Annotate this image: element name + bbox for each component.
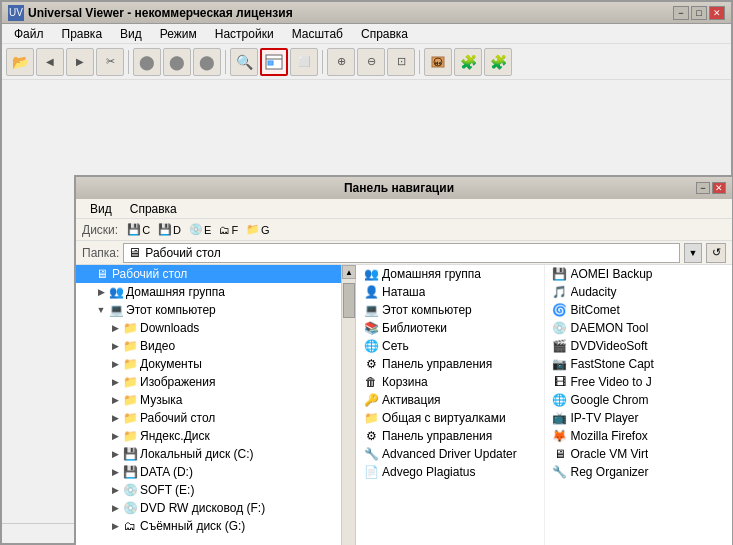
expand-local-c[interactable]: ▶ <box>108 447 122 461</box>
drive-c[interactable]: 💾 C <box>124 222 153 237</box>
folder-refresh[interactable]: ↺ <box>706 243 726 263</box>
file-dvdvideo[interactable]: 🎬 DVDVideoSoft <box>545 337 733 355</box>
toolbar-prev[interactable]: ◀ <box>36 48 64 76</box>
expand-this-pc[interactable]: ▼ <box>94 303 108 317</box>
toolbar-rect[interactable]: ⬜ <box>290 48 318 76</box>
tree-item-local-c[interactable]: ▶ 💾 Локальный диск (C:) <box>76 445 341 463</box>
expand-images[interactable]: ▶ <box>108 375 122 389</box>
nav-menu-view[interactable]: Вид <box>82 200 120 218</box>
toolbar-plugin2[interactable]: 🧩 <box>484 48 512 76</box>
tree-item-images[interactable]: ▶ 📁 Изображения <box>76 373 341 391</box>
expand-desktop[interactable] <box>80 267 94 281</box>
menu-edit[interactable]: Правка <box>54 25 111 43</box>
toolbar-open[interactable]: 📂 <box>6 48 34 76</box>
toolbar-sep3 <box>322 50 323 74</box>
menu-zoom[interactable]: Масштаб <box>284 25 351 43</box>
menu-mode[interactable]: Режим <box>152 25 205 43</box>
window-title: Universal Viewer - некоммерческая лиценз… <box>28 6 293 20</box>
expand-video[interactable]: ▶ <box>108 339 122 353</box>
tree-item-dvd[interactable]: ▶ 💿 DVD RW дисковод (F:) <box>76 499 341 517</box>
file-libraries[interactable]: 📚 Библиотеки <box>356 319 544 337</box>
file-firefox[interactable]: 🦊 Mozilla Firefox <box>545 427 733 445</box>
tree-item-desktop[interactable]: 🖥 Рабочий стол <box>76 265 341 283</box>
file-adv-driver[interactable]: 🔧 Advanced Driver Updater <box>356 445 544 463</box>
tree-item-data-d[interactable]: ▶ 💾 DATA (D:) <box>76 463 341 481</box>
tree-vscrollbar[interactable]: ▲ ▼ <box>341 265 355 545</box>
menu-file[interactable]: Файл <box>6 25 52 43</box>
file-aomei[interactable]: 💾 AOMEI Backup <box>545 265 733 283</box>
expand-dvd[interactable]: ▶ <box>108 501 122 515</box>
folder-dropdown[interactable]: ▼ <box>684 243 702 263</box>
menu-view[interactable]: Вид <box>112 25 150 43</box>
toolbar-zoom[interactable]: 🔍 <box>230 48 258 76</box>
file-freevideo[interactable]: 🎞 Free Video to J <box>545 373 733 391</box>
expand-home-group[interactable]: ▶ <box>94 285 108 299</box>
file-daemon[interactable]: 💿 DAEMON Tool <box>545 319 733 337</box>
toolbar-prev2[interactable]: ⏮ <box>424 48 452 76</box>
tree-item-yandex[interactable]: ▶ 📁 Яндекс.Диск <box>76 427 341 445</box>
expand-desktop2[interactable]: ▶ <box>108 411 122 425</box>
expand-yandex[interactable]: ▶ <box>108 429 122 443</box>
tree-item-home-group[interactable]: ▶ 👥 Домашняя группа <box>76 283 341 301</box>
tree-item-music[interactable]: ▶ 📁 Музыка <box>76 391 341 409</box>
menu-settings[interactable]: Настройки <box>207 25 282 43</box>
toolbar-cut[interactable]: ✂ <box>96 48 124 76</box>
file-audacity[interactable]: 🎵 Audacity <box>545 283 733 301</box>
toolbar-zoom-out[interactable]: ⊖ <box>357 48 385 76</box>
file-network[interactable]: 🌐 Сеть <box>356 337 544 355</box>
file-home-group[interactable]: 👥 Домашняя группа <box>356 265 544 283</box>
tree-item-downloads[interactable]: ▶ 📁 Downloads <box>76 319 341 337</box>
tree-item-this-pc[interactable]: ▼ 💻 Этот компьютер <box>76 301 341 319</box>
nav-menu-help[interactable]: Справка <box>122 200 185 218</box>
tree-item-desktop2[interactable]: ▶ 📁 Рабочий стол <box>76 409 341 427</box>
file-bitcomet[interactable]: 🌀 BitComet <box>545 301 733 319</box>
file-recycle[interactable]: 🗑 Корзина <box>356 373 544 391</box>
toolbar-fit[interactable]: ⊡ <box>387 48 415 76</box>
expand-downloads[interactable]: ▶ <box>108 321 122 335</box>
drive-f[interactable]: 🗂 F <box>216 223 241 237</box>
nav-close-button[interactable]: ✕ <box>712 182 726 194</box>
expand-removable[interactable]: ▶ <box>108 519 122 533</box>
toolbar-circle2[interactable]: ⬤ <box>163 48 191 76</box>
file-activation[interactable]: 🔑 Активация <box>356 391 544 409</box>
file-oracle[interactable]: 🖥 Oracle VM Virt <box>545 445 733 463</box>
tree-scroll[interactable]: 🖥 Рабочий стол ▶ 👥 Домашняя группа ▼ <box>76 265 341 545</box>
toolbar-next[interactable]: ▶ <box>66 48 94 76</box>
tree-item-removable[interactable]: ▶ 🗂 Съёмный диск (G:) <box>76 517 341 535</box>
tree-item-documents[interactable]: ▶ 📁 Документы <box>76 355 341 373</box>
file-shared-vm[interactable]: 📁 Общая с виртуалками <box>356 409 544 427</box>
menu-help[interactable]: Справка <box>353 25 416 43</box>
drive-g[interactable]: 📁 G <box>243 222 273 237</box>
file-reg[interactable]: 🔧 Reg Organizer <box>545 463 733 481</box>
file-advego[interactable]: 📄 Advego Plagiatus <box>356 463 544 481</box>
drive-d[interactable]: 💾 D <box>155 222 184 237</box>
folder-input[interactable]: 🖥 Рабочий стол <box>123 243 680 263</box>
expand-documents[interactable]: ▶ <box>108 357 122 371</box>
nav-minimize-button[interactable]: − <box>696 182 710 194</box>
file-iptv[interactable]: 📺 IP-TV Player <box>545 409 733 427</box>
expand-music[interactable]: ▶ <box>108 393 122 407</box>
file-natasha[interactable]: 👤 Наташа <box>356 283 544 301</box>
file-this-pc[interactable]: 💻 Этот компьютер <box>356 301 544 319</box>
toolbar-circle1[interactable]: ⬤ <box>133 48 161 76</box>
file-control-panel2[interactable]: ⚙ Панель управления <box>356 427 544 445</box>
file-control-panel[interactable]: ⚙ Панель управления <box>356 355 544 373</box>
toolbar-nav[interactable] <box>260 48 288 76</box>
tree-item-soft-e[interactable]: ▶ 💿 SOFT (E:) <box>76 481 341 499</box>
file-chrome[interactable]: 🌐 Google Chrom <box>545 391 733 409</box>
minimize-button[interactable]: − <box>673 6 689 20</box>
file-name-advego: Advego Plagiatus <box>382 465 475 479</box>
toolbar-plugin1[interactable]: 🧩 <box>454 48 482 76</box>
file-faststone[interactable]: 📷 FastStone Capt <box>545 355 733 373</box>
scroll-up-btn[interactable]: ▲ <box>342 265 356 279</box>
maximize-button[interactable]: □ <box>691 6 707 20</box>
close-button[interactable]: ✕ <box>709 6 725 20</box>
nav-panel-controls: − ✕ <box>696 182 726 194</box>
expand-data-d[interactable]: ▶ <box>108 465 122 479</box>
toolbar-zoom-in[interactable]: ⊕ <box>327 48 355 76</box>
drive-e[interactable]: 💿 E <box>186 222 214 237</box>
expand-soft-e[interactable]: ▶ <box>108 483 122 497</box>
toolbar-circle3[interactable]: ⬤ <box>193 48 221 76</box>
tree-item-video[interactable]: ▶ 📁 Видео <box>76 337 341 355</box>
scroll-thumb[interactable] <box>343 283 355 318</box>
